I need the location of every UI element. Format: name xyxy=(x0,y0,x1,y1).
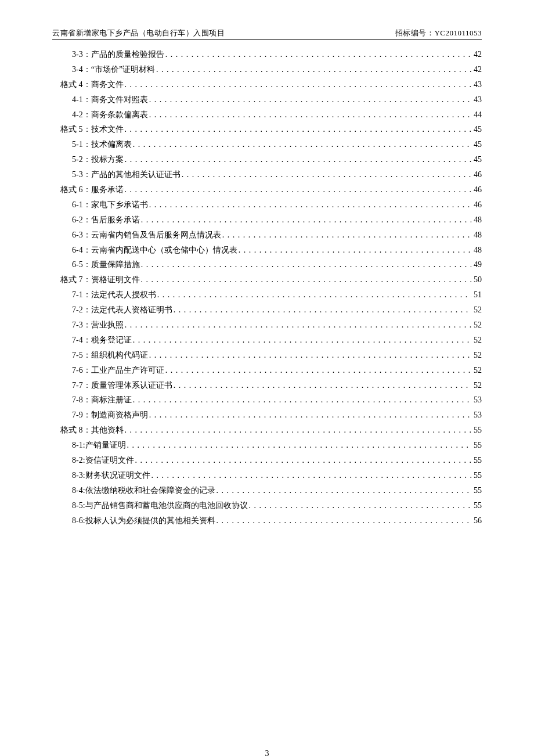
toc-entry-page: 43 xyxy=(472,92,482,107)
toc-entry: 4-1：商务文件对照表 43 xyxy=(52,92,482,107)
toc-leader-dots xyxy=(182,167,471,182)
toc-entry: 7-3：营业执照 52 xyxy=(52,318,482,333)
toc-entry-page: 53 xyxy=(472,408,482,423)
toc-leader-dots xyxy=(174,303,471,318)
toc-entry-label: 8-1:产销量证明 xyxy=(72,438,126,453)
toc-entry: 7-6：工业产品生产许可证 52 xyxy=(52,363,482,378)
toc-entry-page: 45 xyxy=(472,137,482,152)
toc-leader-dots xyxy=(149,107,471,123)
toc-entry-page: 48 xyxy=(472,213,482,228)
toc-leader-dots xyxy=(165,47,471,62)
toc-leader-dots xyxy=(125,152,471,167)
toc-entry-page: 55 xyxy=(472,468,482,483)
toc-entry: 5-3：产品的其他相关认证证书 46 xyxy=(52,167,482,182)
toc-entry-page: 56 xyxy=(472,513,482,528)
toc-entry-label: 6-4：云南省内配送中心（或仓储中心）情况表 xyxy=(72,243,237,258)
toc-entry-page: 52 xyxy=(472,318,482,333)
toc-leader-dots xyxy=(165,363,471,378)
toc-entry-page: 44 xyxy=(472,107,482,123)
toc-entry: 8-3:财务状况证明文件 55 xyxy=(52,468,482,483)
toc-entry-label: 7-1：法定代表人授权书 xyxy=(72,287,156,303)
toc-entry-label: 4-1：商务文件对照表 xyxy=(72,92,148,107)
toc-entry-page: 52 xyxy=(472,348,482,363)
toc-entry-page: 53 xyxy=(472,393,482,408)
toc-entry-page: 45 xyxy=(472,152,482,167)
toc-leader-dots xyxy=(141,257,471,272)
toc-entry-page: 46 xyxy=(472,167,482,182)
toc-entry-label: 6-1：家电下乡承诺书 xyxy=(72,197,148,213)
toc-entry-page: 50 xyxy=(472,272,482,287)
toc-leader-dots xyxy=(133,393,471,408)
toc-entry-page: 55 xyxy=(472,453,482,468)
toc-entry-label: 7-3：营业执照 xyxy=(72,318,124,333)
table-of-contents: 3-3：产品的质量检验报告 423-4：“市场价”证明材料 42格式 4：商务文… xyxy=(52,47,482,528)
toc-entry: 7-2：法定代表人资格证明书 52 xyxy=(52,303,482,318)
toc-leader-dots xyxy=(149,197,471,213)
toc-entry-label: 3-3：产品的质量检验报告 xyxy=(72,47,164,62)
toc-entry: 6-5：质量保障措施 49 xyxy=(52,257,482,272)
toc-entry-label: 3-4：“市场价”证明材料 xyxy=(72,62,155,77)
toc-entry: 8-5:与产品销售商和蓄电池供应商的电池回收协议 55 xyxy=(52,498,482,513)
toc-leader-dots xyxy=(149,348,471,363)
toc-entry: 7-4：税务登记证 52 xyxy=(52,333,482,348)
toc-leader-dots xyxy=(217,483,471,498)
toc-entry-label: 7-9：制造商资格声明 xyxy=(72,408,148,423)
toc-entry: 6-3：云南省内销售及售后服务网点情况表 48 xyxy=(52,228,482,243)
toc-leader-dots xyxy=(222,228,471,243)
toc-entry-page: 48 xyxy=(472,228,482,243)
toc-entry-label: 7-7：质量管理体系认证证书 xyxy=(72,378,172,393)
toc-entry: 5-1：技术偏离表 45 xyxy=(52,137,482,152)
toc-entry: 6-4：云南省内配送中心（或仓储中心）情况表 48 xyxy=(52,243,482,258)
toc-entry-label: 8-5:与产品销售商和蓄电池供应商的电池回收协议 xyxy=(72,498,248,513)
toc-entry-page: 49 xyxy=(472,257,482,272)
toc-entry-label: 7-6：工业产品生产许可证 xyxy=(72,363,164,378)
toc-entry-page: 52 xyxy=(472,303,482,318)
toc-entry: 3-4：“市场价”证明材料 42 xyxy=(52,62,482,77)
toc-entry-label: 6-5：质量保障措施 xyxy=(72,257,140,272)
toc-entry-page: 55 xyxy=(472,438,482,453)
toc-entry-label: 7-8：商标注册证 xyxy=(72,393,132,408)
page-number: 3 xyxy=(52,749,482,757)
toc-entry: 6-1：家电下乡承诺书 46 xyxy=(52,197,482,213)
toc-entry-page: 55 xyxy=(472,423,482,438)
toc-entry: 格式 6：服务承诺 46 xyxy=(52,182,482,197)
toc-entry-label: 8-6:投标人认为必须提供的其他相关资料 xyxy=(72,513,215,528)
toc-entry-label: 8-3:财务状况证明文件 xyxy=(72,468,150,483)
header-bid-label: 招标编号： xyxy=(395,28,435,37)
toc-leader-dots xyxy=(125,423,472,438)
header-title: 云南省新增家电下乡产品（电动自行车）入围项目 xyxy=(52,28,225,38)
toc-entry-label: 7-2：法定代表人资格证明书 xyxy=(72,303,172,318)
toc-entry: 8-1:产销量证明 55 xyxy=(52,438,482,453)
toc-entry-page: 46 xyxy=(472,197,482,213)
toc-leader-dots xyxy=(125,77,472,92)
toc-leader-dots xyxy=(135,453,471,468)
toc-leader-dots xyxy=(125,122,472,137)
toc-entry-label: 8-2:资信证明文件 xyxy=(72,453,134,468)
toc-entry: 5-2：投标方案 45 xyxy=(52,152,482,167)
toc-entry: 格式 8：其他资料 55 xyxy=(52,423,482,438)
toc-entry-label: 格式 8：其他资料 xyxy=(60,423,124,438)
toc-entry-page: 52 xyxy=(472,378,482,393)
toc-leader-dots xyxy=(249,498,471,513)
toc-entry-label: 5-1：技术偏离表 xyxy=(72,137,132,152)
toc-entry-page: 45 xyxy=(472,122,482,137)
toc-leader-dots xyxy=(125,182,472,197)
toc-entry-page: 42 xyxy=(472,62,482,77)
toc-entry-label: 4-2：商务条款偏离表 xyxy=(72,107,148,123)
toc-entry-label: 8-4:依法缴纳税收和社会保障资金的记录 xyxy=(72,483,215,498)
toc-leader-dots xyxy=(151,468,471,483)
toc-entry-page: 42 xyxy=(472,47,482,62)
toc-leader-dots xyxy=(133,137,471,152)
toc-entry-label: 格式 5：技术文件 xyxy=(60,122,124,137)
toc-leader-dots xyxy=(156,62,471,77)
toc-entry: 7-8：商标注册证 53 xyxy=(52,393,482,408)
toc-entry-label: 7-4：税务登记证 xyxy=(72,333,132,348)
toc-entry-label: 5-2：投标方案 xyxy=(72,152,124,167)
document-page: 云南省新增家电下乡产品（电动自行车）入围项目 招标编号：YC201011053 … xyxy=(0,0,534,756)
toc-entry-page: 46 xyxy=(472,182,482,197)
toc-leader-dots xyxy=(157,287,471,303)
toc-leader-dots xyxy=(149,408,471,423)
header-bid-value: YC201011053 xyxy=(434,28,482,37)
toc-entry: 8-6:投标人认为必须提供的其他相关资料 56 xyxy=(52,513,482,528)
toc-entry: 7-1：法定代表人授权书 51 xyxy=(52,287,482,303)
